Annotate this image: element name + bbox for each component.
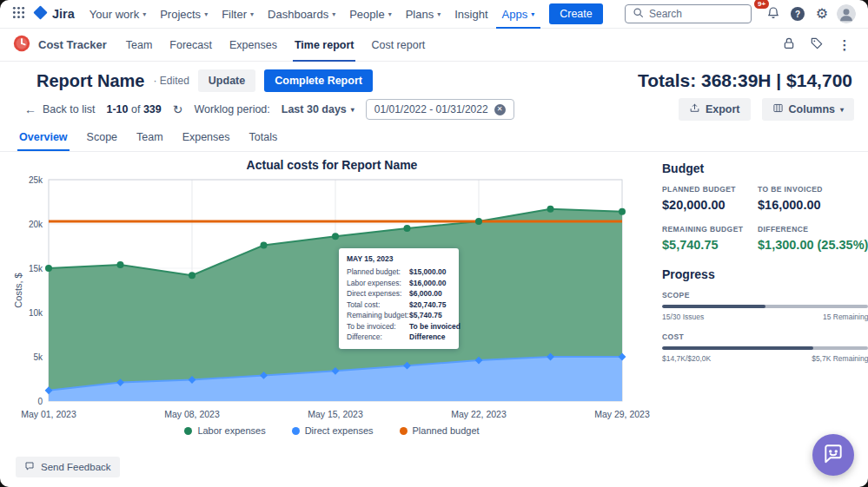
report-tabs: Overview Scope Team Expenses Totals	[0, 124, 868, 152]
nav-item-people[interactable]: People▾	[343, 0, 398, 29]
tab-expenses[interactable]: Expenses	[181, 128, 232, 151]
brand-label: Jira	[52, 7, 75, 21]
cost-tracker-home[interactable]: Cost Tracker	[12, 34, 107, 56]
bell-icon	[766, 6, 780, 23]
back-arrow-icon: ←	[24, 102, 36, 116]
send-feedback-button[interactable]: Send Feedback	[16, 457, 120, 477]
svg-text:Costs, $: Costs, $	[13, 273, 23, 307]
close-icon[interactable]: ✕	[494, 104, 506, 115]
apptab-time-report[interactable]: Time report	[293, 29, 356, 62]
chat-smiley-icon	[822, 443, 845, 468]
nav-item-dashboards[interactable]: Dashboards▾	[262, 0, 341, 29]
scope-progress-meta: 15/30 Issues15 Remaining	[662, 313, 868, 321]
apptab-expenses[interactable]: Expenses	[228, 29, 279, 62]
period-value: Last 30 days	[282, 103, 347, 115]
direct-swatch-icon	[292, 427, 300, 435]
help-icon: ?	[791, 7, 805, 21]
search-icon	[633, 6, 644, 22]
legend-labor-expenses[interactable]: Labor expenses	[184, 425, 265, 436]
tab-overview[interactable]: Overview	[17, 128, 70, 151]
update-button[interactable]: Update	[198, 69, 255, 92]
budget-label: REMAINING BUDGET	[662, 225, 751, 234]
pagination-range: 1-10	[106, 103, 128, 115]
progress-scope: SCOPE 15/30 Issues15 Remaining	[662, 291, 868, 321]
avatar	[837, 4, 856, 23]
svg-text:15k: 15k	[29, 264, 43, 273]
chart-tooltip: MAY 15, 2023 Planned budget:$15,000.00 L…	[339, 248, 459, 349]
legend-label: Direct expenses	[305, 425, 374, 436]
nav-label: Projects	[160, 8, 201, 21]
chevron-down-icon: ▾	[204, 10, 208, 18]
more-actions-button[interactable]: ⋮	[833, 34, 856, 56]
apptab-team[interactable]: Team	[124, 29, 155, 62]
chevron-down-icon: ▾	[332, 10, 335, 18]
tooltip-row: Direct expenses:$6,000.00	[347, 288, 451, 299]
date-range-chip[interactable]: 01/01/2022 - 01/31/2022 ✕	[366, 99, 514, 120]
kebab-icon: ⋮	[838, 37, 851, 53]
svg-text:May 29, 2023: May 29, 2023	[594, 409, 650, 419]
report-header: Report Name · Edited Update Complete Rep…	[0, 62, 868, 95]
complete-report-button[interactable]: Complete Report	[264, 69, 373, 92]
tooltip-row: Planned budget:$15,000.00	[347, 267, 451, 278]
tab-team[interactable]: Team	[135, 128, 165, 151]
back-to-list-button[interactable]: ← Back to list	[24, 102, 95, 116]
nav-item-apps[interactable]: Apps▾	[496, 0, 541, 29]
budget-planned: PLANNED BUDGET $20,000.00	[662, 185, 751, 212]
cost-tracker-appbar: Cost Tracker Team Forecast Expenses Time…	[0, 29, 868, 62]
svg-text:May 01, 2023: May 01, 2023	[21, 409, 76, 419]
jira-home-link[interactable]: Jira	[33, 5, 75, 23]
profile-button[interactable]	[835, 3, 858, 25]
progress-cost: COST $14,7K/$20,0K$5,7K Remaining	[662, 332, 868, 363]
labels-button[interactable]	[805, 34, 828, 56]
permissions-button[interactable]	[778, 34, 800, 56]
settings-button[interactable]: ⚙	[811, 3, 833, 25]
columns-button[interactable]: Columns ▾	[762, 98, 855, 121]
back-label: Back to list	[43, 103, 95, 115]
appbar-actions: ⋮	[778, 34, 856, 56]
legend-label: Labor expenses	[197, 425, 265, 436]
nav-item-projects[interactable]: Projects▾	[154, 0, 214, 29]
nav-item-plans[interactable]: Plans▾	[400, 0, 447, 29]
refresh-button[interactable]: ↻	[173, 102, 183, 116]
export-button[interactable]: Export	[679, 98, 751, 121]
tab-scope[interactable]: Scope	[85, 128, 119, 151]
svg-text:May 22, 2023: May 22, 2023	[451, 409, 507, 419]
svg-text:May 15, 2023: May 15, 2023	[308, 409, 363, 419]
create-button[interactable]: Create	[549, 3, 603, 24]
cost-tracker-logo-icon	[12, 34, 31, 56]
nav-label: Insight	[454, 8, 487, 21]
global-search[interactable]	[625, 4, 752, 23]
nav-item-filter[interactable]: Filter▾	[215, 0, 260, 29]
legend-direct-expenses[interactable]: Direct expenses	[292, 425, 374, 436]
period-dropdown[interactable]: Last 30 days ▾	[282, 103, 354, 115]
apptab-cost-report[interactable]: Cost report	[369, 29, 427, 62]
pagination-total: 339	[143, 103, 162, 115]
nav-item-your-work[interactable]: Your work▾	[83, 0, 152, 29]
page-title: Report Name	[36, 71, 144, 91]
pagination-of: of	[131, 103, 140, 115]
legend-planned-budget[interactable]: Planned budget	[400, 425, 480, 436]
app-switcher-button[interactable]	[7, 3, 30, 25]
report-toolbar: ← Back to list 1-10 of 339 ↻ Worklog per…	[0, 95, 868, 124]
columns-label: Columns	[789, 103, 835, 115]
apptab-forecast[interactable]: Forecast	[168, 29, 214, 62]
app-title-label: Cost Tracker	[38, 38, 107, 51]
progress-label: COST	[662, 332, 868, 341]
svg-text:5k: 5k	[33, 352, 43, 362]
edited-indicator: · Edited	[153, 75, 189, 87]
svg-text:0: 0	[37, 397, 43, 406]
search-input[interactable]	[649, 8, 744, 20]
tooltip-row: Labor expenses:$16,000.00	[347, 278, 451, 289]
tooltip-row: Remaining budget:$5,740.75	[347, 310, 451, 321]
budget-value: $5,740.75	[662, 238, 751, 252]
tab-totals[interactable]: Totals	[248, 128, 280, 151]
help-button[interactable]: ?	[786, 3, 809, 25]
export-icon	[689, 102, 700, 116]
cost-chart[interactable]: 05k10k15k20k25kMay 01, 2023May 08, 2023M…	[12, 172, 652, 425]
chevron-down-icon: ▾	[250, 10, 254, 18]
notifications-button[interactable]: 9+	[762, 3, 785, 25]
nav-item-insight[interactable]: Insight	[448, 0, 494, 29]
chat-widget-button[interactable]	[812, 434, 854, 476]
svg-text:20k: 20k	[29, 220, 43, 229]
progress-heading: Progress	[662, 267, 868, 281]
